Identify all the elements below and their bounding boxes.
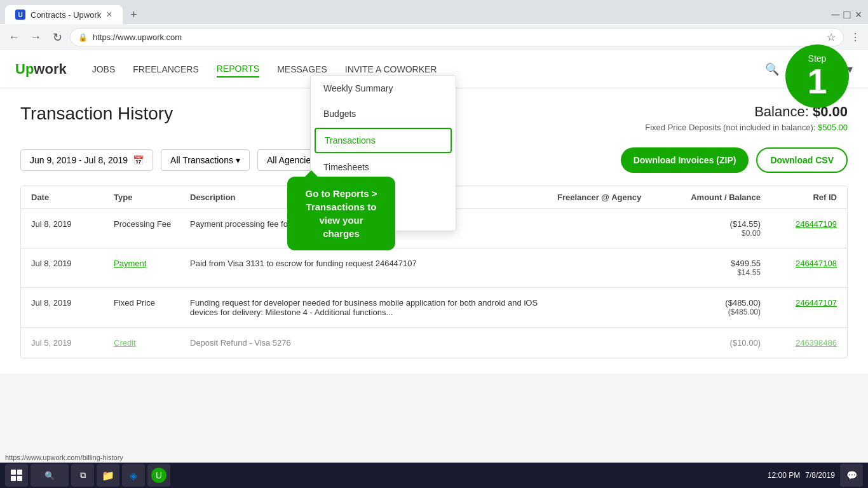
table-row: Jul 5, 2019 Credit Deposit Refund - Visa… — [21, 328, 847, 358]
back-button[interactable]: ← — [5, 29, 23, 46]
start-button[interactable] — [5, 464, 28, 487]
reload-button[interactable]: ↻ — [48, 29, 66, 46]
search-taskbar-button[interactable]: 🔍 — [31, 464, 69, 487]
download-buttons: Download Invoices (ZIP) Download CSV — [621, 147, 848, 173]
all-transactions-filter[interactable]: All Transactions ▾ — [161, 149, 250, 171]
nav-invite[interactable]: INVITE A COWORKER — [345, 62, 437, 77]
step-badge: Step 1 — [785, 44, 849, 108]
row2-description: Paid from Visa 3131 to escrow for fundin… — [190, 259, 557, 268]
fixed-price-label: Fixed Price Deposits (not included in ba… — [645, 123, 815, 132]
window-controls: ─ □ × — [831, 10, 863, 19]
all-transactions-label: All Transactions — [170, 155, 233, 165]
svg-rect-1 — [17, 470, 22, 475]
svg-rect-3 — [17, 476, 22, 481]
dropdown-budgets[interactable]: Budgets — [311, 101, 456, 126]
row1-date: Jul 8, 2019 — [31, 219, 114, 229]
row1-type: Processing Fee — [114, 219, 190, 229]
file-explorer-icon: 📁 — [102, 470, 114, 482]
row2-type[interactable]: Payment — [114, 259, 190, 268]
row4-amount-val: ($10.00) — [672, 338, 761, 348]
date-range-text: Jun 9, 2019 - Jul 8, 2019 — [30, 155, 128, 165]
logo-work: work — [34, 61, 66, 77]
new-tab-button[interactable]: + — [125, 6, 143, 24]
row4-type[interactable]: Credit — [114, 338, 190, 348]
file-explorer-button[interactable]: 📁 — [97, 464, 119, 487]
tab-favicon: U — [15, 10, 25, 20]
row4-amount: ($10.00) — [672, 338, 761, 348]
lock-icon: 🔒 — [78, 33, 88, 42]
nav-freelancers[interactable]: FREELANCERS — [133, 62, 198, 77]
upwork-logo[interactable]: Upwork — [15, 61, 67, 78]
app-content: Upwork JOBS FREELANCERS REPORTS MESSAGES… — [0, 50, 868, 374]
upwork-taskbar-icon: U — [151, 468, 166, 483]
tab-close-button[interactable]: × — [106, 9, 112, 20]
maximize-button[interactable]: □ — [843, 10, 851, 19]
task-view-icon: ⧉ — [80, 470, 86, 480]
row2-amount: $499.55 $14.55 — [672, 259, 761, 277]
row2-ref[interactable]: 246447108 — [761, 259, 837, 268]
tooltip-bubble: Go to Reports > Transactions to view you… — [287, 177, 395, 250]
nav-reports[interactable]: REPORTS — [217, 61, 259, 78]
row3-amount: ($485.00) ($485.00) — [672, 298, 761, 316]
windows-icon — [10, 469, 23, 482]
download-invoices-button[interactable]: Download Invoices (ZIP) — [621, 147, 749, 173]
status-url: https://www.upwork.com/billing-history — [5, 454, 123, 461]
row3-balance-val: ($485.00) — [672, 308, 761, 316]
upwork-taskbar-button[interactable]: U — [147, 464, 170, 487]
search-taskbar-label: 🔍 — [44, 471, 55, 480]
browser-chrome: U Contracts - Upwork × + ─ □ × ← → ↻ 🔒 h… — [0, 0, 868, 50]
row3-description: Funding request for developer needed for… — [190, 298, 557, 317]
step-number: 1 — [807, 64, 827, 99]
row3-type: Fixed Price — [114, 298, 190, 308]
th-ref: Ref ID — [761, 193, 837, 202]
row3-amount-val: ($485.00) — [672, 298, 761, 308]
table-row: Jul 8, 2019 Fixed Price Funding request … — [21, 288, 847, 328]
nav-jobs[interactable]: JOBS — [92, 62, 116, 77]
dropdown-weekly-summary[interactable]: Weekly Summary — [311, 76, 456, 101]
dropdown-arrow — [378, 71, 388, 76]
extension-area: ⋮ — [848, 30, 863, 45]
row1-ref[interactable]: 246447109 — [761, 219, 837, 229]
search-button[interactable]: 🔍 — [765, 62, 779, 76]
download-csv-button[interactable]: Download CSV — [756, 147, 848, 173]
date-range-picker[interactable]: Jun 9, 2019 - Jul 8, 2019 📅 — [20, 149, 153, 171]
forward-button[interactable]: → — [27, 29, 44, 46]
balance-label: Balance: — [754, 104, 809, 119]
th-amount: Amount / Balance — [672, 193, 761, 202]
row3-date: Jul 8, 2019 — [31, 298, 114, 308]
taskbar: 🔍 ⧉ 📁 ◈ U 12:00 PM 7/8/2019 💬 — [0, 463, 868, 488]
tooltip-tail — [305, 170, 318, 177]
extensions-button[interactable]: ⋮ — [848, 30, 863, 45]
dropdown-timesheets[interactable]: Timesheets — [311, 154, 456, 180]
taskbar-right: 12:00 PM 7/8/2019 💬 — [768, 464, 863, 487]
notifications-taskbar-button[interactable]: 💬 — [840, 464, 863, 487]
page-title: Transaction History — [20, 104, 173, 124]
row2-balance-val: $14.55 — [672, 268, 761, 277]
row4-date: Jul 5, 2019 — [31, 338, 114, 348]
browser-tab[interactable]: U Contracts - Upwork × — [5, 5, 123, 24]
th-freelancer: Freelancer @ Agency — [557, 193, 672, 202]
calendar-icon: 📅 — [133, 155, 144, 165]
row3-ref[interactable]: 246447107 — [761, 298, 837, 308]
row4-ref[interactable]: 246398486 — [761, 338, 837, 348]
row2-date: Jul 8, 2019 — [31, 259, 114, 268]
task-view-button[interactable]: ⧉ — [71, 464, 94, 487]
notifications-taskbar-icon: 💬 — [846, 470, 857, 480]
url-text: https://www.upwork.com — [93, 32, 182, 42]
edge-icon: ◈ — [130, 470, 137, 482]
row2-amount-val: $499.55 — [672, 259, 761, 268]
fixed-price-amount: $505.00 — [818, 123, 848, 132]
minimize-button[interactable]: ─ — [831, 10, 840, 19]
svg-rect-2 — [11, 476, 16, 481]
browser-toolbar: ← → ↻ 🔒 https://www.upwork.com ☆ ⋮ — [0, 24, 868, 50]
nav-messages[interactable]: MESSAGES — [277, 62, 327, 77]
edge-button[interactable]: ◈ — [122, 464, 145, 487]
tooltip-text: Go to Reports > Transactions to view you… — [306, 188, 377, 239]
close-button[interactable]: × — [854, 10, 863, 19]
bookmark-icon[interactable]: ☆ — [827, 31, 836, 43]
row1-balance-val: $0.00 — [672, 229, 761, 238]
taskbar-date: 7/8/2019 — [805, 471, 835, 480]
address-bar[interactable]: 🔒 https://www.upwork.com ☆ — [70, 28, 844, 46]
filter-dropdown-icon: ▾ — [236, 155, 240, 165]
dropdown-transactions[interactable]: Transactions — [315, 128, 452, 153]
